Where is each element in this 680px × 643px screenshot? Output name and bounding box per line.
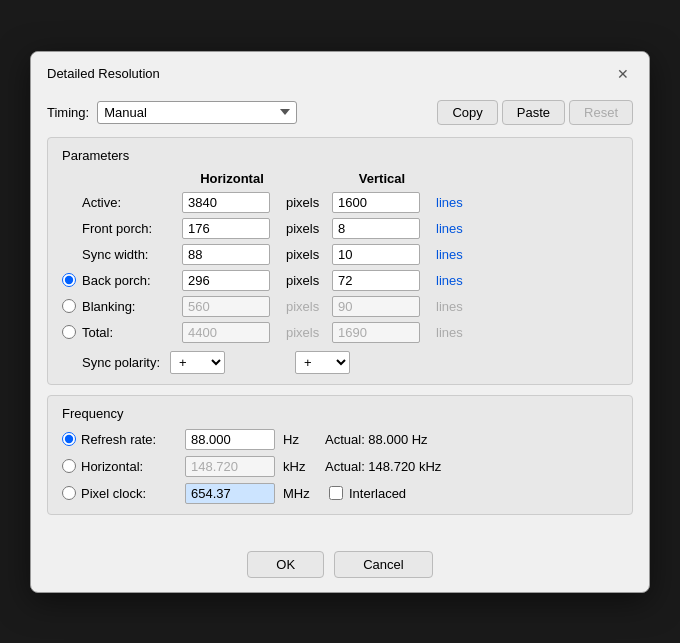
timing-select[interactable]: Manual Auto CVT GTF: [97, 101, 297, 124]
refresh-rate-radio[interactable]: [62, 432, 76, 446]
back-porch-h-input[interactable]: [182, 270, 270, 291]
sync-width-h-unit: pixels: [282, 247, 332, 262]
col-vertical-header: Vertical: [332, 171, 432, 186]
active-h-input[interactable]: [182, 192, 270, 213]
interlaced-label: Interlaced: [349, 486, 406, 501]
detailed-resolution-dialog: Detailed Resolution ✕ Timing: Manual Aut…: [30, 51, 650, 593]
front-porch-v-unit: lines: [432, 221, 472, 236]
back-porch-radio[interactable]: [62, 273, 76, 287]
refresh-rate-row: Refresh rate: Hz Actual: 88.000 Hz: [62, 429, 618, 450]
timing-row: Timing: Manual Auto CVT GTF Copy Paste R…: [47, 100, 633, 125]
pixel-clock-row: Pixel clock: MHz Interlaced: [62, 483, 618, 504]
h-polarity-select[interactable]: + -: [170, 351, 225, 374]
v-polarity-select[interactable]: + -: [295, 351, 350, 374]
horizontal-freq-unit: kHz: [283, 459, 313, 474]
blanking-radio[interactable]: [62, 299, 76, 313]
blanking-v-input[interactable]: [332, 296, 420, 317]
dialog-footer: OK Cancel: [31, 541, 649, 592]
sync-width-label: Sync width:: [62, 247, 182, 262]
refresh-rate-actual: Actual: 88.000 Hz: [325, 432, 428, 447]
total-h-input[interactable]: [182, 322, 270, 343]
active-v-input[interactable]: [332, 192, 420, 213]
total-v-input[interactable]: [332, 322, 420, 343]
frequency-section: Frequency Refresh rate: Hz Actual: 88.00…: [47, 395, 633, 515]
pixel-clock-radio[interactable]: [62, 486, 76, 500]
horizontal-freq-label: Horizontal:: [62, 459, 177, 474]
horizontal-freq-radio[interactable]: [62, 459, 76, 473]
sync-polarity-row: Sync polarity: + - pixels + -: [62, 351, 618, 374]
horizontal-freq-row: Horizontal: kHz Actual: 148.720 kHz: [62, 456, 618, 477]
blanking-label: Blanking:: [62, 299, 182, 314]
blanking-v-unit: lines: [432, 299, 472, 314]
copy-button[interactable]: Copy: [437, 100, 497, 125]
active-v-unit: lines: [432, 195, 472, 210]
refresh-rate-label: Refresh rate:: [62, 432, 177, 447]
horizontal-freq-input[interactable]: [185, 456, 275, 477]
total-v-unit: lines: [432, 325, 472, 340]
interlaced-group: Interlaced: [329, 486, 406, 501]
interlaced-checkbox[interactable]: [329, 486, 343, 500]
sync-width-h-input[interactable]: [182, 244, 270, 265]
back-porch-v-input[interactable]: [332, 270, 420, 291]
front-porch-label: Front porch:: [62, 221, 182, 236]
pixel-clock-unit: MHz: [283, 486, 313, 501]
active-label: Active:: [62, 195, 182, 210]
reset-button[interactable]: Reset: [569, 100, 633, 125]
back-porch-v-unit: lines: [432, 273, 472, 288]
front-porch-h-input[interactable]: [182, 218, 270, 239]
total-radio[interactable]: [62, 325, 76, 339]
paste-button[interactable]: Paste: [502, 100, 565, 125]
sync-polarity-label: Sync polarity:: [82, 355, 160, 370]
front-porch-h-unit: pixels: [282, 221, 332, 236]
cancel-button[interactable]: Cancel: [334, 551, 432, 578]
active-h-unit: pixels: [282, 195, 332, 210]
total-h-unit: pixels: [282, 325, 332, 340]
title-bar: Detailed Resolution ✕: [31, 52, 649, 92]
parameters-section: Parameters Horizontal Vertical Active: p…: [47, 137, 633, 385]
pixel-clock-label: Pixel clock:: [62, 486, 177, 501]
total-label: Total:: [62, 325, 182, 340]
dialog-title: Detailed Resolution: [47, 66, 160, 81]
col-horizontal-header: Horizontal: [182, 171, 282, 186]
horizontal-freq-actual: Actual: 148.720 kHz: [325, 459, 441, 474]
back-porch-label: Back porch:: [62, 273, 182, 288]
timing-label: Timing:: [47, 105, 89, 120]
blanking-h-unit: pixels: [282, 299, 332, 314]
refresh-rate-input[interactable]: [185, 429, 275, 450]
refresh-rate-unit: Hz: [283, 432, 313, 447]
sync-width-v-input[interactable]: [332, 244, 420, 265]
blanking-h-input[interactable]: [182, 296, 270, 317]
sync-width-v-unit: lines: [432, 247, 472, 262]
frequency-title: Frequency: [62, 406, 618, 421]
toolbar-buttons: Copy Paste Reset: [437, 100, 633, 125]
parameters-title: Parameters: [62, 148, 618, 163]
dialog-body: Timing: Manual Auto CVT GTF Copy Paste R…: [31, 92, 649, 541]
ok-button[interactable]: OK: [247, 551, 324, 578]
back-porch-h-unit: pixels: [282, 273, 332, 288]
front-porch-v-input[interactable]: [332, 218, 420, 239]
pixel-clock-input[interactable]: [185, 483, 275, 504]
close-button[interactable]: ✕: [613, 64, 633, 84]
